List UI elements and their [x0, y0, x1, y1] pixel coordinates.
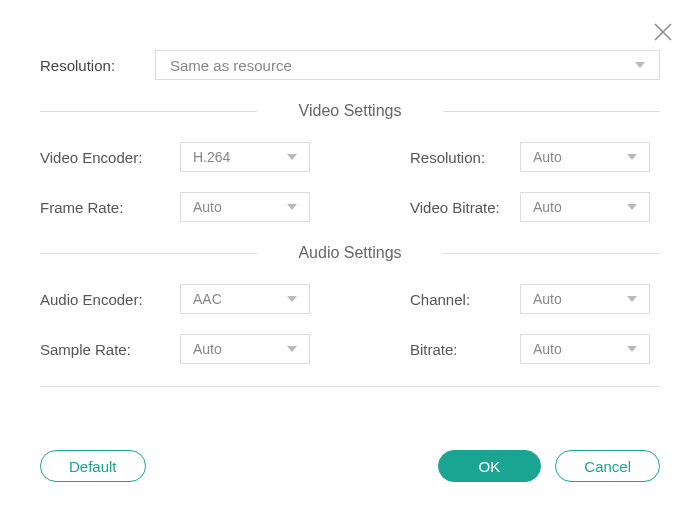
audio-encoder-value: AAC	[193, 291, 222, 307]
video-settings-header: Video Settings	[40, 102, 660, 120]
ok-button[interactable]: OK	[438, 450, 542, 482]
chevron-down-icon	[287, 346, 297, 352]
close-button[interactable]	[651, 20, 675, 44]
default-button[interactable]: Default	[40, 450, 146, 482]
video-encoder-label: Video Encoder:	[40, 149, 180, 166]
chevron-down-icon	[627, 204, 637, 210]
close-icon	[651, 31, 675, 47]
footer-divider	[40, 386, 660, 387]
chevron-down-icon	[287, 296, 297, 302]
chevron-down-icon	[627, 346, 637, 352]
top-resolution-dropdown[interactable]: Same as resource	[155, 50, 660, 80]
sample-rate-value: Auto	[193, 341, 222, 357]
frame-rate-value: Auto	[193, 199, 222, 215]
audio-bitrate-value: Auto	[533, 341, 562, 357]
video-bitrate-dropdown[interactable]: Auto	[520, 192, 650, 222]
audio-bitrate-dropdown[interactable]: Auto	[520, 334, 650, 364]
frame-rate-label: Frame Rate:	[40, 199, 180, 216]
audio-encoder-label: Audio Encoder:	[40, 291, 180, 308]
channel-label: Channel:	[410, 291, 520, 308]
chevron-down-icon	[287, 154, 297, 160]
cancel-button[interactable]: Cancel	[555, 450, 660, 482]
sample-rate-label: Sample Rate:	[40, 341, 180, 358]
audio-bitrate-label: Bitrate:	[410, 341, 520, 358]
video-bitrate-value: Auto	[533, 199, 562, 215]
top-resolution-value: Same as resource	[170, 57, 292, 74]
chevron-down-icon	[627, 296, 637, 302]
video-encoder-value: H.264	[193, 149, 230, 165]
video-bitrate-label: Video Bitrate:	[410, 199, 520, 216]
sample-rate-dropdown[interactable]: Auto	[180, 334, 310, 364]
video-resolution-dropdown[interactable]: Auto	[520, 142, 650, 172]
top-resolution-label: Resolution:	[40, 57, 155, 74]
chevron-down-icon	[627, 154, 637, 160]
channel-dropdown[interactable]: Auto	[520, 284, 650, 314]
audio-settings-header: Audio Settings	[40, 244, 660, 262]
frame-rate-dropdown[interactable]: Auto	[180, 192, 310, 222]
video-resolution-label: Resolution:	[410, 149, 520, 166]
video-resolution-value: Auto	[533, 149, 562, 165]
chevron-down-icon	[287, 204, 297, 210]
chevron-down-icon	[635, 62, 645, 68]
video-encoder-dropdown[interactable]: H.264	[180, 142, 310, 172]
audio-encoder-dropdown[interactable]: AAC	[180, 284, 310, 314]
channel-value: Auto	[533, 291, 562, 307]
